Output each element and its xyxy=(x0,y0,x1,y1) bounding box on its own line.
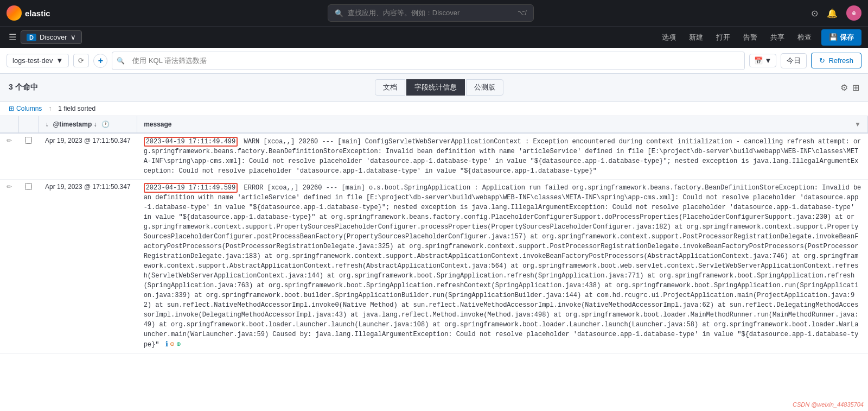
results-count: 3 个命中 xyxy=(9,83,38,92)
chevron-down-icon: ▼ xyxy=(56,56,63,65)
new-button[interactable]: 新建 xyxy=(686,30,706,45)
timestamp-highlight: 2023-04-19 17:11:49.499 xyxy=(144,137,238,147)
app-name: Discover xyxy=(40,33,67,41)
checkbox-cell[interactable] xyxy=(18,180,39,354)
sort-icon: ↓ xyxy=(46,121,49,128)
notifications-icon[interactable]: 🔔 xyxy=(827,8,838,18)
app-navigation: ☰ D Discover ∨ 选项 新建 打开 告警 共享 检查 💾 保存 xyxy=(0,26,868,48)
calendar-icon: 📅 xyxy=(754,56,763,65)
open-button[interactable]: 打开 xyxy=(713,30,733,45)
results-header: 3 个命中 文档 字段统计信息 公测版 ⚙ ⊞ xyxy=(0,74,868,102)
log-level: ERROR xyxy=(244,184,263,192)
message-cell: 2023-04-19 17:11:49.599 ERROR [xcoa,,] 2… xyxy=(137,180,868,354)
expand-col-header xyxy=(0,116,18,133)
share-button[interactable]: 共享 xyxy=(767,30,788,45)
results-tabs: 文档 字段统计信息 公测版 xyxy=(375,79,503,96)
add-filter-button[interactable]: + xyxy=(93,54,107,68)
filter-right: 📅 ▼ 今日 ↻ Refresh xyxy=(749,53,861,68)
tab-field-stats[interactable]: 字段统计信息 xyxy=(406,79,465,96)
timestamp-highlight: 2023-04-19 17:11:49.599 xyxy=(144,183,238,193)
elastic-logo-icon xyxy=(7,5,22,21)
settings-icon[interactable]: ⚙ xyxy=(840,83,848,93)
global-search-placeholder: 查找应用、内容等。例如：Discover xyxy=(348,8,460,18)
data-table: ↓ @timestamp ↓ 🕐 message ▼ ✏ Apr 19, 202… xyxy=(0,116,868,354)
save-button[interactable]: 💾 保存 xyxy=(821,29,861,46)
message-cell: 2023-04-19 17:11:49.499 WARN [xcoa,,] 20… xyxy=(137,133,868,180)
log-level: WARN xyxy=(244,138,259,146)
chevron-down-icon: ▼ xyxy=(854,121,861,128)
timestamp-cell: Apr 19, 2023 @ 17:11:50.347 xyxy=(39,133,137,180)
table-row: ✏ Apr 19, 2023 @ 17:11:50.347 2023-04-19… xyxy=(0,180,868,354)
search-icon: 🔍 xyxy=(335,9,343,17)
field-sorted-label: 1 field sorted xyxy=(58,105,95,112)
refresh-button[interactable]: ↻ Refresh xyxy=(811,53,861,68)
options-button[interactable]: 选项 xyxy=(659,30,679,45)
elastic-logo-text: elastic xyxy=(25,9,50,18)
top-navigation: elastic 🔍 查找应用、内容等。例如：Discover ⌥/ ⊙ 🔔 e xyxy=(0,0,868,26)
expand-cell[interactable]: ✏ xyxy=(0,133,18,180)
row-checkbox[interactable] xyxy=(25,183,32,190)
timestamp-col-header[interactable]: ↓ @timestamp ↓ 🕐 xyxy=(39,116,137,133)
columns-icon: ⊞ xyxy=(9,105,14,112)
refresh-label: Refresh xyxy=(828,56,853,65)
top-nav-right: ⊙ 🔔 e xyxy=(811,5,861,21)
app-badge: D xyxy=(27,34,36,41)
clock-icon: 🕐 xyxy=(101,121,110,128)
save-icon: 💾 xyxy=(829,33,838,41)
help-icon[interactable]: ⊙ xyxy=(811,8,818,18)
expand-cell[interactable]: ✏ xyxy=(0,180,18,354)
top-nav-left: elastic xyxy=(7,5,50,21)
log-message: [xcoa,,] 20260 --- [main] o.s.boot.Sprin… xyxy=(144,184,861,349)
chevron-down-icon: ∨ xyxy=(71,33,76,41)
message-col-header[interactable]: message ▼ xyxy=(137,116,868,133)
timestamp-cell: Apr 19, 2023 @ 17:11:50.347 xyxy=(39,180,137,354)
alert-button[interactable]: 告警 xyxy=(740,30,761,45)
filter-bar: logs-test-dev ▼ ⟳ + 🔍 📅 ▼ 今日 ↻ Refresh xyxy=(0,48,868,74)
row-action-icons: ℹ ⊖ ⊕ xyxy=(165,339,181,350)
minus-icon[interactable]: ⊖ xyxy=(170,339,175,350)
app-nav-left: ☰ D Discover ∨ xyxy=(7,30,82,45)
chevron-down-icon: ▼ xyxy=(765,56,772,65)
info-icon[interactable]: ℹ xyxy=(165,339,168,350)
columns-button[interactable]: ⊞ Columns xyxy=(9,105,42,112)
kql-search-wrapper[interactable]: 🔍 xyxy=(112,52,744,70)
save-label: 保存 xyxy=(840,33,854,42)
app-nav-right: 选项 新建 打开 告警 共享 检查 💾 保存 xyxy=(659,29,861,46)
kql-input[interactable] xyxy=(128,54,739,67)
tab-documents[interactable]: 文档 xyxy=(375,79,405,96)
index-pattern-selector[interactable]: logs-test-dev ▼ xyxy=(7,54,69,67)
search-shortcut: ⌥/ xyxy=(518,9,527,17)
checkbox-col-header xyxy=(18,116,39,133)
row-checkbox[interactable] xyxy=(25,137,32,144)
display-icon[interactable]: ⊞ xyxy=(852,83,859,93)
table-container: ↓ @timestamp ↓ 🕐 message ▼ ✏ Apr 19, 202… xyxy=(0,116,868,354)
user-avatar[interactable]: e xyxy=(846,5,861,21)
hamburger-menu[interactable]: ☰ xyxy=(7,30,18,45)
elastic-logo[interactable]: elastic xyxy=(7,5,50,21)
filter-options-button[interactable]: ⟳ xyxy=(73,54,89,67)
table-controls: ⊞ Columns ↑ 1 field sorted xyxy=(0,102,868,116)
table-header: ↓ @timestamp ↓ 🕐 message ▼ xyxy=(0,116,868,133)
table-row: ✏ Apr 19, 2023 @ 17:11:50.347 2023-04-19… xyxy=(0,133,868,180)
tab-beta[interactable]: 公测版 xyxy=(466,79,503,96)
search-icon: 🔍 xyxy=(117,57,125,65)
global-search[interactable]: 🔍 查找应用、内容等。例如：Discover ⌥/ xyxy=(328,4,534,22)
inspect-button[interactable]: 检查 xyxy=(794,30,815,45)
results-actions: ⚙ ⊞ xyxy=(840,83,859,93)
discover-app-btn[interactable]: D Discover ∨ xyxy=(21,30,82,44)
today-button[interactable]: 今日 xyxy=(781,53,807,68)
index-pattern-label: logs-test-dev xyxy=(12,56,53,65)
date-picker-button[interactable]: 📅 ▼ xyxy=(749,54,777,67)
refresh-icon: ↻ xyxy=(819,56,825,65)
checkbox-cell[interactable] xyxy=(18,133,39,180)
plus-icon[interactable]: ⊕ xyxy=(176,339,181,350)
